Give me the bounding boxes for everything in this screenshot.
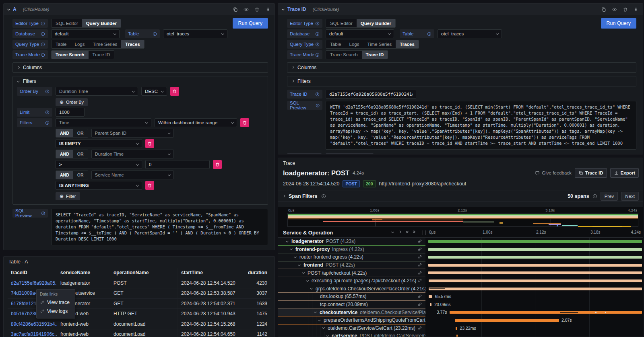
- trace-id-copy-button[interactable]: Trace ID: [575, 168, 607, 178]
- or-option[interactable]: OR: [73, 129, 88, 137]
- next-button[interactable]: Next: [621, 192, 639, 201]
- span-name-cell[interactable]: dns.lookup (65.57ms): [278, 293, 425, 301]
- span-bar-cell[interactable]: [427, 246, 643, 254]
- trace-id-link[interactable]: 89cf4286e631591b4...: [11, 321, 57, 327]
- info-icon[interactable]: [45, 121, 50, 125]
- drag-query-icon[interactable]: [634, 7, 639, 12]
- info-icon[interactable]: [315, 92, 320, 97]
- trace-search-option[interactable]: Trace Search: [52, 51, 89, 59]
- or-option[interactable]: OR: [73, 150, 88, 158]
- info-icon[interactable]: [315, 21, 320, 26]
- and-option[interactable]: AND: [56, 150, 73, 158]
- expand-all-icon[interactable]: [413, 232, 415, 233]
- expand-one-icon[interactable]: [398, 230, 401, 233]
- remove-filter-button[interactable]: [145, 139, 154, 148]
- columns-section-header[interactable]: Columns: [287, 63, 636, 72]
- info-icon[interactable]: [315, 53, 320, 57]
- and-option[interactable]: AND: [56, 129, 73, 137]
- span-name-cell[interactable]: loadgeneratorPOST (4.23s): [278, 238, 425, 246]
- span-link-icon[interactable]: [417, 326, 422, 331]
- view-logs-link[interactable]: View logs: [40, 307, 72, 316]
- query-type-timeseries[interactable]: Time Series: [89, 40, 121, 48]
- minimap-plot[interactable]: [287, 213, 638, 227]
- col-header-servicename[interactable]: serviceName: [57, 268, 110, 278]
- column-resize-handle[interactable]: [423, 230, 425, 235]
- collapse-all-icon[interactable]: [406, 231, 408, 233]
- trace-id-option[interactable]: Trace ID: [89, 51, 114, 59]
- trace-id-link[interactable]: 3ac7acfa01941906c...: [11, 331, 57, 337]
- span-name-cell[interactable]: oteldemo.CartService/GetCart (23.22ms): [278, 325, 425, 333]
- table-select[interactable]: otel_traces: [438, 29, 502, 38]
- filter-field-select[interactable]: Parent Span ID: [91, 129, 174, 138]
- span-link-icon[interactable]: [417, 255, 422, 259]
- span-bar-cell[interactable]: [427, 261, 643, 269]
- span-bar-cell[interactable]: [427, 238, 643, 246]
- span-collapse-icon[interactable]: [318, 319, 321, 321]
- span-link-icon[interactable]: [417, 247, 422, 252]
- info-icon[interactable]: [153, 32, 157, 36]
- sql-editor-option[interactable]: SQL Editor: [326, 19, 357, 27]
- span-bar-cell[interactable]: 23.22ms: [427, 325, 643, 333]
- order-by-direction-select[interactable]: DESC: [141, 87, 167, 96]
- delete-query-icon[interactable]: [623, 7, 628, 12]
- col-header-operationname[interactable]: operationName: [110, 268, 178, 278]
- span-name-cell[interactable]: frontend-proxyingress (4.22s): [278, 246, 425, 254]
- filter-time-operator-select[interactable]: Within dashboard time range: [155, 118, 237, 127]
- filter-operator-select[interactable]: IS EMPTY: [56, 139, 142, 148]
- trace-search-option[interactable]: Trace Search: [326, 51, 362, 59]
- query-ref-id[interactable]: Trace ID: [287, 6, 306, 12]
- col-header-starttime[interactable]: startTime: [178, 268, 238, 278]
- give-feedback-button[interactable]: Give feedback: [535, 171, 572, 175]
- span-collapse-icon[interactable]: [298, 263, 301, 266]
- info-icon[interactable]: [41, 53, 45, 57]
- prev-button[interactable]: Prev: [601, 192, 618, 201]
- span-link-icon[interactable]: [417, 263, 422, 267]
- query-header-a[interactable]: A (ClickHouse): [4, 4, 275, 15]
- col-header-traceid[interactable]: traceID: [8, 268, 57, 278]
- span-collapse-icon[interactable]: [326, 334, 329, 337]
- delete-query-icon[interactable]: [254, 7, 260, 12]
- remove-filter-button[interactable]: [213, 160, 222, 169]
- query-builder-option[interactable]: Query Builder: [357, 19, 395, 27]
- span-name-cell[interactable]: router frontend egress (4.22s): [278, 253, 425, 261]
- filter-field-select[interactable]: Service Name: [91, 171, 174, 179]
- info-icon[interactable]: [321, 194, 326, 199]
- info-icon[interactable]: [427, 32, 431, 36]
- table-select[interactable]: otel_traces: [163, 29, 227, 38]
- query-inspector-button[interactable]: Query inspector: [326, 153, 374, 154]
- span-bar-cell[interactable]: [427, 269, 643, 277]
- span-name-cell[interactable]: POST /api/checkout (4.22s): [278, 269, 425, 277]
- filter-operator-select[interactable]: >: [56, 160, 142, 169]
- span-name-cell[interactable]: frontendPOST (4.22s): [278, 261, 425, 269]
- info-icon[interactable]: [592, 194, 597, 199]
- span-link-icon[interactable]: [417, 239, 422, 244]
- span-bar-cell[interactable]: 20.09ms: [427, 301, 643, 309]
- span-collapse-icon[interactable]: [314, 310, 317, 313]
- remove-filter-button[interactable]: [240, 118, 249, 127]
- filter-value-input[interactable]: [145, 160, 210, 169]
- info-icon[interactable]: [315, 32, 320, 36]
- export-button[interactable]: Export: [610, 168, 639, 178]
- columns-section-header[interactable]: Columns: [13, 63, 268, 72]
- collapse-one-icon[interactable]: [391, 230, 394, 233]
- filters-section-header[interactable]: Filters: [13, 76, 268, 86]
- query-header-trace-id[interactable]: Trace ID (ClickHouse): [278, 4, 643, 15]
- span-collapse-icon[interactable]: [306, 279, 309, 282]
- filter-time-field-select[interactable]: Time: [56, 118, 151, 127]
- span-collapse-icon[interactable]: [286, 240, 289, 242]
- query-type-logs[interactable]: Logs: [71, 40, 89, 48]
- filters-section-header[interactable]: Filters: [287, 76, 636, 86]
- database-select[interactable]: default: [326, 29, 394, 38]
- hide-query-icon[interactable]: [612, 7, 617, 12]
- span-name-cell[interactable]: executing api route (pages) /api/checkou…: [278, 277, 425, 285]
- query-ref-id[interactable]: A: [13, 6, 17, 12]
- span-name-cell[interactable]: tcp.connect (20.09ms): [278, 301, 425, 309]
- span-bar-cell[interactable]: 65.57ms: [427, 293, 643, 301]
- panel-title[interactable]: Trace: [278, 158, 643, 166]
- span-collapse-icon[interactable]: [290, 247, 293, 250]
- span-collapse-icon[interactable]: [322, 326, 325, 329]
- filter-field-select[interactable]: Duration Time: [91, 150, 174, 158]
- span-name-cell[interactable]: grpc.oteldemo.CheckoutService/PlaceOrder…: [278, 285, 425, 293]
- or-option[interactable]: OR: [73, 171, 88, 179]
- query-type-table[interactable]: Table: [326, 40, 345, 48]
